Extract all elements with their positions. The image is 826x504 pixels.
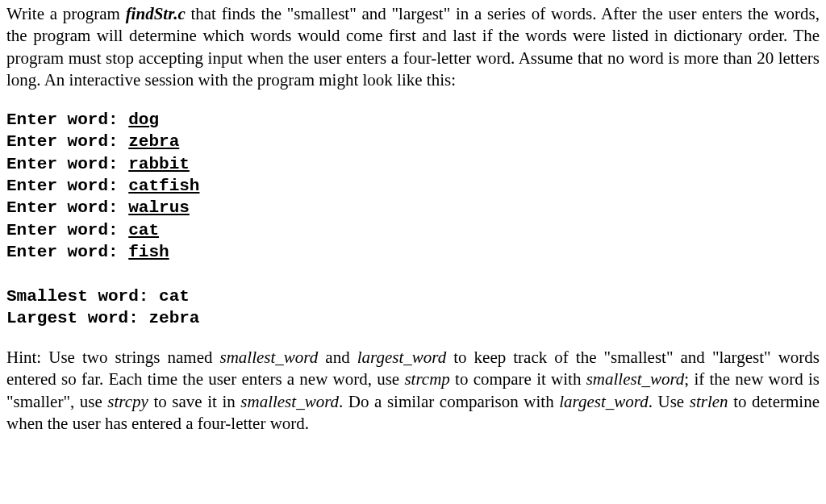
hint-smallest-word-3: smallest_word [240,392,339,411]
hint-smallest-word-2: smallest_word [586,369,685,389]
hint-largest-word-2: largest_word [559,392,648,411]
hint-largest-word-1: largest_word [357,348,446,367]
session-prompt-line: Enter word: dog [6,109,820,131]
prompt-label: Enter word: [6,177,128,195]
result-line: Largest word: zebra [6,307,820,329]
hint-paragraph: Hint: Use two strings named smallest_wor… [6,347,820,435]
result-line: Smallest word: cat [6,285,820,307]
interactive-session: Enter word: dogEnter word: zebraEnter wo… [6,109,820,329]
prompt-label: Enter word: [6,198,128,217]
user-input: cat [128,221,159,240]
hint-text-1: Hint: Use two strings named [6,348,220,367]
hint-text-6: to save it in [148,392,240,411]
hint-strcmp: strcmp [404,369,449,389]
hint-text-2: and [318,348,357,367]
session-prompt-line: Enter word: fish [6,241,820,263]
filename: findStr.c [126,4,186,23]
hint-strcpy: strcpy [107,392,148,411]
user-input: catfish [128,177,199,195]
session-prompt-line: Enter word: catfish [6,175,820,197]
prompt-label: Enter word: [6,132,128,151]
prompt-label: Enter word: [6,155,128,173]
hint-text-4: to compare it with [450,369,586,389]
prompt-label: Enter word: [6,221,128,240]
user-input: zebra [128,132,179,151]
hint-strlen: strlen [690,392,728,411]
prompt-label: Enter word: [6,110,128,129]
session-prompt-line: Enter word: rabbit [6,153,820,175]
intro-text-1: Write a program [6,4,126,23]
hint-smallest-word-1: smallest_word [220,348,319,367]
session-prompt-line: Enter word: zebra [6,131,820,152]
user-input: dog [128,110,159,129]
prompt-label: Enter word: [6,243,128,261]
session-prompt-line: Enter word: walrus [6,197,820,219]
intro-paragraph: Write a program findStr.c that finds the… [6,3,820,91]
user-input: walrus [128,198,190,217]
user-input: fish [128,243,169,261]
blank-line [6,263,820,285]
session-prompt-line: Enter word: cat [6,219,820,241]
hint-text-7: . Do a similar comparison with [339,392,559,411]
hint-text-8: . Use [649,392,690,411]
user-input: rabbit [128,155,190,173]
